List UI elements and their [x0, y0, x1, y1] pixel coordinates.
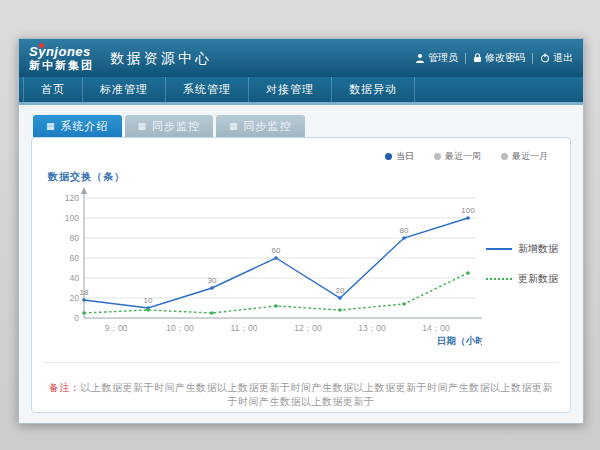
svg-text:12：00: 12：00	[294, 323, 322, 333]
chart-panel: 当日 最近一周 最近一月 数据交换（条） 0204060801001209：00…	[31, 137, 571, 413]
solid-line-icon	[486, 248, 512, 250]
svg-text:11：00: 11：00	[231, 323, 258, 333]
line-chart: 0204060801001209：0010：0011：0012：0013：001…	[44, 186, 482, 354]
svg-text:100: 100	[461, 206, 475, 215]
radio-dot-icon	[501, 153, 508, 160]
y-axis-title: 数据交换（条）	[48, 170, 558, 184]
legend-item-new-data[interactable]: 新增数据	[486, 242, 558, 256]
svg-text:60: 60	[272, 246, 281, 255]
svg-text:10：00: 10：00	[166, 323, 194, 333]
filter-today[interactable]: 当日	[385, 150, 414, 163]
footnote-text: 以上数据更新于时间产生数据以上数据更新于时间产生数据以上数据更新于时间产生数据以…	[81, 382, 554, 407]
logo-company-name: 新中新集团	[29, 60, 94, 71]
tab-label: 同步监控	[152, 119, 200, 134]
lock-icon	[473, 53, 482, 63]
legend-label: 新增数据	[518, 242, 558, 256]
svg-text:13：00: 13：00	[358, 323, 386, 333]
tab-system-intro[interactable]: ▦ 系统介绍	[33, 115, 122, 137]
tab-label: 系统介绍	[61, 119, 109, 134]
logo-red-dot	[39, 43, 44, 48]
power-icon	[540, 53, 550, 63]
svg-text:80: 80	[400, 226, 409, 235]
divider	[465, 53, 466, 64]
grid-icon: ▦	[138, 122, 148, 131]
svg-text:14：00: 14：00	[422, 323, 450, 333]
filter-label: 当日	[396, 150, 414, 163]
user-icon	[415, 53, 425, 63]
svg-text:20: 20	[336, 286, 345, 295]
app-header: Synjones 新中新集团 数据资源中心 管理员 修改密码	[19, 39, 583, 77]
svg-text:日期（小时）: 日期（小时）	[437, 335, 482, 347]
footnote: 备注：以上数据更新于时间产生数据以上数据更新于时间产生数据以上数据更新于时间产生…	[44, 362, 558, 409]
logout-link[interactable]: 退出	[540, 51, 573, 65]
footnote-label: 备注：	[49, 382, 81, 393]
nav-item-data-change[interactable]: 数据异动	[332, 77, 415, 102]
main-nav: 首页 标准管理 系统管理 对接管理 数据异动	[19, 77, 583, 102]
legend-item-updated-data[interactable]: 更新数据	[486, 272, 558, 286]
svg-text:120: 120	[65, 193, 79, 203]
svg-text:18: 18	[80, 288, 89, 297]
dashed-line-icon	[486, 278, 512, 280]
filter-label: 最近一周	[445, 150, 481, 163]
logout-label: 退出	[553, 51, 573, 65]
app-window: Synjones 新中新集团 数据资源中心 管理员 修改密码	[18, 38, 584, 424]
svg-text:0: 0	[74, 313, 79, 323]
filter-last-month[interactable]: 最近一月	[501, 150, 548, 163]
radio-dot-icon	[385, 153, 392, 160]
nav-item-standard-mgmt[interactable]: 标准管理	[83, 77, 166, 102]
filter-label: 最近一月	[512, 150, 548, 163]
nav-item-home[interactable]: 首页	[23, 77, 83, 102]
change-password-label: 修改密码	[485, 51, 525, 65]
tab-bar: ▦ 系统介绍 ▦ 同步监控 ▦ 同步监控	[33, 115, 571, 137]
grid-icon: ▦	[46, 122, 56, 131]
nav-item-connect-mgmt[interactable]: 对接管理	[249, 77, 332, 102]
svg-text:30: 30	[208, 276, 217, 285]
radio-dot-icon	[434, 153, 441, 160]
svg-text:10: 10	[144, 296, 153, 305]
svg-text:20: 20	[70, 293, 80, 303]
tab-sync-monitor-1[interactable]: ▦ 同步监控	[125, 115, 214, 137]
time-range-filters: 当日 最近一周 最近一月	[385, 150, 548, 163]
main-content: ▦ 系统介绍 ▦ 同步监控 ▦ 同步监控 当日 最近一周	[19, 105, 583, 423]
series-legend: 新增数据 更新数据	[486, 242, 558, 286]
filter-last-week[interactable]: 最近一周	[434, 150, 481, 163]
user-menu[interactable]: 管理员	[415, 51, 458, 65]
chart-area: 0204060801001209：0010：0011：0012：0013：001…	[44, 186, 558, 354]
tab-sync-monitor-2[interactable]: ▦ 同步监控	[216, 115, 305, 137]
user-toolbar: 管理员 修改密码 退出	[415, 51, 573, 65]
svg-text:80: 80	[70, 233, 80, 243]
divider	[532, 53, 533, 64]
user-name-label: 管理员	[428, 51, 458, 65]
tab-label: 同步监控	[244, 119, 292, 134]
logo: Synjones 新中新集团	[29, 45, 94, 71]
page-title: 数据资源中心	[110, 50, 212, 68]
svg-text:40: 40	[70, 273, 80, 283]
change-password-link[interactable]: 修改密码	[473, 51, 525, 65]
svg-text:9：00: 9：00	[105, 323, 128, 333]
grid-icon: ▦	[229, 122, 239, 131]
nav-item-system-mgmt[interactable]: 系统管理	[166, 77, 249, 102]
legend-label: 更新数据	[518, 272, 558, 286]
svg-text:60: 60	[70, 253, 80, 263]
svg-text:100: 100	[65, 213, 79, 223]
